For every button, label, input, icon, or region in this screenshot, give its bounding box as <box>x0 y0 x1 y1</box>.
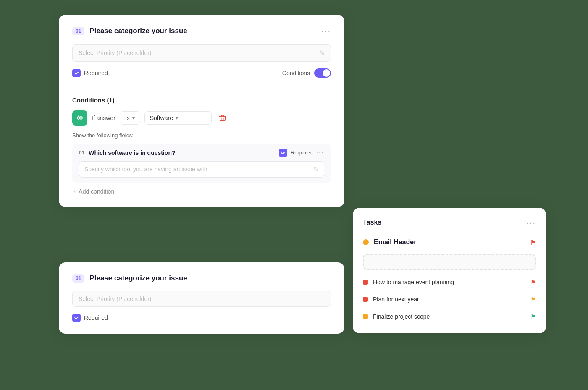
sub-input-row[interactable]: Specify which tool you are having an iss… <box>79 161 324 178</box>
tasks-title: Tasks <box>363 219 381 226</box>
task-label-3: Finalize project scope <box>373 313 525 320</box>
sub-edit-icon[interactable]: ✎ <box>313 165 319 173</box>
task-item-3: Finalize project scope ⚑ <box>363 308 536 325</box>
task-dot-3 <box>363 314 368 319</box>
task-label-2: Plan for next year <box>373 296 525 303</box>
task-item-2: Plan for next year ⚑ <box>363 291 536 308</box>
plus-icon: + <box>72 188 76 195</box>
card2-step-badge: 01 <box>72 274 84 283</box>
email-header-title: Email Header <box>374 238 525 246</box>
card2-required-label: Required <box>84 314 108 321</box>
card2-placeholder: Select Priority (Placeholder) <box>79 296 325 302</box>
more-options-icon[interactable]: ··· <box>321 26 331 36</box>
card2-required: Required <box>72 314 331 322</box>
show-fields-label: Show the following fields: <box>72 132 331 139</box>
sub-required-checkbox[interactable] <box>279 149 287 157</box>
card2-header: 01 Please categorize your issue <box>72 274 331 283</box>
condition-value: Software <box>150 115 173 121</box>
step-badge: 01 <box>72 27 84 35</box>
email-header-item: Email Header ⚑ <box>363 234 536 251</box>
sub-field-header: 01 Which software is in question? Requir… <box>79 149 324 157</box>
svg-point-1 <box>80 117 82 119</box>
required-label: Required <box>84 70 108 76</box>
task-flag-3: ⚑ <box>530 313 536 320</box>
operator-value: Is <box>125 115 130 121</box>
priority-placeholder: Select Priority (Placeholder) <box>79 50 319 56</box>
task-dot-2 <box>363 297 368 302</box>
svg-rect-5 <box>220 116 225 120</box>
conditions-toggle[interactable] <box>314 68 331 78</box>
conditions-section: Conditions (1) If answer Is ▾ <box>72 88 331 195</box>
card2-priority-input[interactable]: Select Priority (Placeholder) <box>72 291 331 307</box>
form-card-1: 01 Please categorize your issue ··· Sele… <box>59 15 344 207</box>
operator-chevron-icon: ▾ <box>132 115 135 121</box>
edit-icon[interactable]: ✎ <box>319 49 325 57</box>
condition-row: If answer Is ▾ Software ▾ <box>72 110 331 126</box>
value-select[interactable]: Software ▾ <box>144 111 212 125</box>
card-header: 01 Please categorize your issue ··· <box>72 26 331 36</box>
sub-required-label: Required <box>291 149 313 156</box>
conditions-right: Conditions <box>282 68 331 78</box>
card2-title: Please categorize your issue <box>89 274 187 283</box>
card-title: Please categorize your issue <box>89 27 187 35</box>
required-left: Required <box>72 69 108 77</box>
task-flag-1: ⚑ <box>530 279 536 285</box>
email-header-flag-icon: ⚑ <box>530 238 536 246</box>
drop-zone <box>363 254 536 270</box>
operator-select[interactable]: Is ▾ <box>120 111 140 125</box>
options-row: Required Conditions <box>72 68 331 78</box>
email-header-dot <box>363 239 369 245</box>
required-checkbox[interactable] <box>72 69 81 77</box>
task-label-1: How to manage event planning <box>373 279 525 285</box>
sub-more-icon[interactable]: ··· <box>316 149 324 157</box>
card2-header-left: 01 Please categorize your issue <box>72 274 187 283</box>
sub-field-options: Required ··· <box>279 149 324 157</box>
task-dot-1 <box>363 280 368 285</box>
sub-input-placeholder: Specify which tool you are having an iss… <box>84 166 313 173</box>
add-condition-label: Add condition <box>79 188 114 195</box>
card-header-left: 01 Please categorize your issue <box>72 27 187 35</box>
sub-field-title: Which software is in question? <box>89 149 275 156</box>
tasks-panel: Tasks ··· Email Header ⚑ How to manage e… <box>353 208 546 333</box>
conditions-label: Conditions <box>282 70 310 76</box>
task-item: How to manage event planning ⚑ <box>363 274 536 291</box>
conditions-count-label: Conditions (1) <box>72 97 331 104</box>
condition-icon-box <box>72 110 87 126</box>
delete-condition-button[interactable] <box>216 111 229 125</box>
card2-required-checkbox[interactable] <box>72 314 81 322</box>
sub-step-badge: 01 <box>79 150 84 156</box>
if-answer-label: If answer <box>92 115 116 121</box>
tasks-more-icon[interactable]: ··· <box>526 218 536 228</box>
add-condition-button[interactable]: + Add condition <box>72 188 331 195</box>
tasks-header: Tasks ··· <box>363 218 536 228</box>
task-flag-2: ⚑ <box>530 296 536 303</box>
sub-field: 01 Which software is in question? Requir… <box>72 144 331 183</box>
priority-input-row[interactable]: Select Priority (Placeholder) ✎ <box>72 44 331 62</box>
value-chevron-icon: ▾ <box>176 115 178 121</box>
form-card-2: 01 Please categorize your issue Select P… <box>59 262 344 334</box>
